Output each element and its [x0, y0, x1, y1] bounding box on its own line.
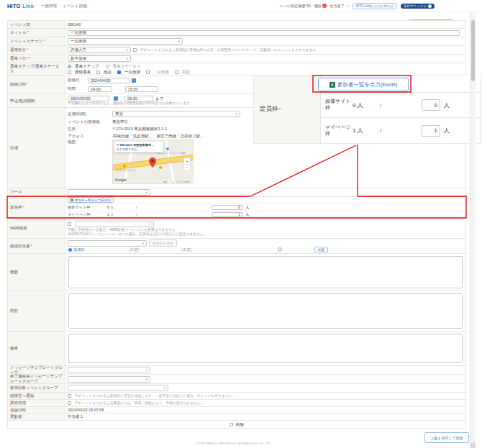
nav-event-detail[interactable]: イベント詳細 [63, 4, 87, 9]
calendar-icon[interactable] [132, 78, 136, 83]
row-capacity: 定員枠* X参加者一覧を出力(Excel) 媒体サイト枠 0 人 / 0 人 マ… [8, 197, 465, 219]
event-detail-page: HITO Link 一括管理 イベント詳細 メール/対応履歴 59 通知1 担当… [0, 0, 482, 448]
export-participants-button[interactable]: X参加者一覧を出力(Excel) [68, 197, 114, 203]
web-interview-checkbox[interactable] [68, 222, 71, 226]
check-first-interview[interactable] [117, 70, 121, 74]
map-poi-icon[interactable] [123, 165, 126, 168]
venue-addr-sublabel: 住所 [68, 127, 112, 132]
division-select[interactable]: 評価入力▾ [68, 47, 131, 53]
delete-checkbox[interactable] [229, 423, 233, 426]
notes-textarea[interactable] [68, 334, 463, 363]
interviewer-select[interactable]: ▾ [68, 240, 147, 247]
division-note: ※チェックを入れると面接官が選考結果の合否・次回選考フロー/ステップ・応募者への… [140, 48, 319, 52]
interviewer-tag: (未定) [129, 247, 140, 252]
copyright: © 2024 PERSOL PROCESS & TECHNOLOGY CO.,L… [0, 442, 466, 445]
content-textarea[interactable] [68, 293, 463, 329]
deadline-date-input[interactable]: 2024/04/25 [68, 96, 109, 101]
avatar-icon[interactable] [278, 247, 282, 252]
map-enlarge-link[interactable]: 拡大地図を表示 [117, 147, 161, 151]
calendar-icon[interactable] [114, 96, 118, 101]
news-pill-button[interactable]: HITO-Linkからのお知らせ [352, 3, 397, 9]
remove-interviewer-button[interactable]: 削除 [314, 247, 328, 252]
overview-textarea[interactable] [68, 256, 463, 288]
target-group-select[interactable]: ▾ [68, 385, 168, 391]
mail-history-link[interactable]: メール/対応履歴 59 [279, 4, 311, 8]
map-poi-icon[interactable] [159, 166, 162, 169]
venue-site-select[interactable]: 東京▾ [112, 111, 240, 117]
popup-capacity-input[interactable]: 0 [422, 99, 440, 111]
web-interview-label: WEB面接 [8, 219, 65, 238]
venue-map-sublabel: 地図 [68, 140, 112, 145]
check-meeting[interactable] [96, 70, 100, 74]
manual-badge: 2 [428, 4, 432, 8]
interviewer-tag: (未定) [181, 247, 192, 252]
scrollbar-thumb[interactable] [471, 20, 475, 81]
flow-select[interactable]: 新卒採用▾ [68, 55, 131, 62]
message-group-select[interactable]: ▾ [68, 367, 150, 373]
capacity-callout-popup: 定員枠* X 参加者一覧を出力(Excel) 媒体サイト枠 0 人 / 0 人 … [253, 75, 481, 144]
check-first-interview-label: 一次面接 [124, 70, 140, 75]
capacity-input[interactable]: 0 [212, 205, 243, 210]
map-poi-icon[interactable] [166, 147, 169, 150]
save-update-button[interactable]: 上書き保存して更新 [424, 432, 469, 443]
capacity-unit: 人 [245, 212, 250, 217]
capacity-row-name: マイページ枠 [68, 212, 107, 217]
start-time-input[interactable]: 14:00 [88, 86, 112, 92]
mail-count: 59 [306, 4, 311, 8]
row-division: 選考区分* 評価入力▾ ※チェックを入れると面接官が選考結果の合否・次回選考フロ… [8, 46, 465, 55]
web-interview-select[interactable]: ▾ [75, 221, 154, 227]
popup-export-participants-button[interactable]: X 参加者一覧を出力(Excel) [318, 78, 409, 91]
title-label: タイトル* [8, 29, 65, 37]
row-target-group: 参加対象イベントグループ ▾ [8, 384, 465, 393]
status-radio[interactable] [106, 65, 109, 68]
step-status-label: 選考ステップ/選考ステータス [8, 63, 65, 75]
end-message-group-select[interactable]: ▾ [68, 376, 150, 383]
row-end-message-group: 終了連絡用メッセージテンプレートグループ ▾ [8, 375, 465, 384]
chevron-down-icon: ▾ [236, 112, 237, 116]
popup-capacity-unit: 人 [444, 101, 450, 109]
google-logo: Google [115, 178, 127, 182]
row-title: タイトル* 一次面接 [8, 29, 465, 37]
interviewer-label: 面接担当者* [8, 239, 65, 253]
popup-capacity-input[interactable]: 1 [422, 125, 440, 137]
chevron-down-icon: ▾ [347, 4, 348, 8]
check-second-interview[interactable] [146, 70, 150, 74]
popup-capacity-separator: / [380, 102, 422, 109]
venue-place-value: 東京本社 [112, 119, 128, 124]
map-zoom-out-button[interactable]: − [184, 164, 190, 170]
deadline-label: 申込/取消期限 [8, 94, 65, 107]
deadline-time-input[interactable]: 09:00 [124, 96, 153, 101]
end-time-input[interactable]: 15:00 [125, 86, 158, 92]
booth-select[interactable]: ▾ [68, 189, 150, 196]
nav-bulk-management[interactable]: 一括管理 [41, 4, 57, 9]
notify-interviewer-checkbox[interactable] [68, 394, 71, 398]
map-poi-label: タイヨーエンジ [116, 168, 135, 172]
title-input[interactable]: 一次面接 [68, 30, 460, 36]
map-zoom-in-button[interactable]: + [186, 158, 188, 164]
notify-interviewer-note: ※チェックを入れると面接官に予定を送信します。一度予定を送信した場合、チェックを… [75, 394, 235, 398]
notes-label: 備考 [8, 332, 65, 365]
google-map[interactable]: エンジニアリング 本社 タイヨーエンジ 〒389-0012 長野県東御市... … [112, 140, 194, 184]
updater-value: 担当者 1 [68, 414, 463, 419]
row-flow: 選考フロー 新卒採用▾ [8, 55, 465, 63]
division-checkbox[interactable] [133, 48, 137, 52]
event-id-label: イベントID [8, 21, 65, 28]
step-radio[interactable] [68, 65, 71, 68]
chevron-down-icon: ▾ [142, 242, 144, 245]
interviewer-group-link[interactable]: 採用G [73, 247, 84, 252]
manual-pill-button[interactable]: 操作マニュアル2 [401, 4, 435, 9]
row-booth: ブース ▾ [8, 188, 465, 197]
chevron-down-icon: ▾ [178, 40, 180, 43]
popup-capacity-row: マイページ枠 1 人 / 1 人 [321, 118, 480, 143]
user-menu[interactable]: 担当者 7 ▾ [330, 4, 349, 8]
full-management-checkbox[interactable] [68, 401, 71, 405]
category-select[interactable]: 一次面接▾ [68, 38, 183, 45]
add-interviewer-button[interactable]: 面接官を追加 [149, 239, 177, 247]
app-logo[interactable]: HITO Link [7, 3, 34, 9]
capacity-input[interactable]: 1 [212, 212, 243, 217]
scrollbar[interactable] [470, 12, 476, 448]
event-date-input[interactable]: 2024/04/30 [88, 78, 129, 83]
check-document[interactable] [68, 70, 71, 74]
notification-link[interactable]: 通知1 [314, 4, 327, 9]
check-offer[interactable] [175, 70, 178, 74]
